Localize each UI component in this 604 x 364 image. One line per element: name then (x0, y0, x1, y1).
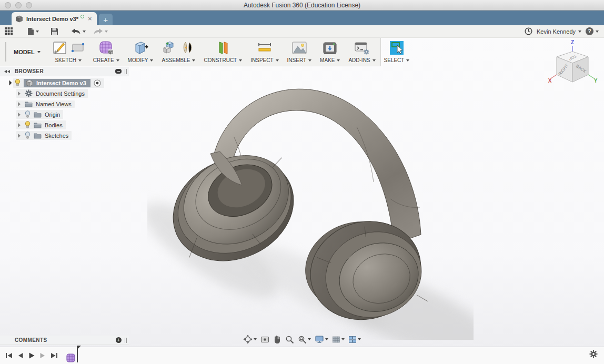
activate-component-radio-icon[interactable] (94, 79, 101, 87)
help-menu[interactable]: ? (586, 27, 599, 35)
collapse-browser-icon[interactable] (4, 70, 11, 73)
help-caret-icon (596, 31, 599, 33)
grid-layout-tool[interactable] (332, 336, 345, 343)
display-settings-caret-icon[interactable] (325, 338, 328, 340)
make-caret-icon (337, 59, 340, 62)
tree-row-root[interactable]: Intersect Demo v3 (0, 78, 137, 88)
headphones-3d-model[interactable] (147, 77, 474, 340)
redo-button[interactable] (93, 28, 103, 35)
rectangle-tool-icon[interactable] (71, 42, 85, 54)
browser-display-toggle-icon[interactable] (115, 69, 122, 74)
insert-image-icon[interactable] (291, 41, 307, 55)
file-menu-caret-icon[interactable] (36, 31, 39, 33)
orbit-tool[interactable] (243, 335, 257, 344)
zoom-window-tool[interactable] (298, 335, 311, 344)
folder-icon (25, 101, 33, 107)
collapsed-arrow-icon[interactable] (18, 92, 21, 96)
inspect-menu[interactable]: INSPECT (250, 57, 278, 64)
construct-plane-icon[interactable] (215, 40, 231, 56)
display-settings-tool[interactable] (315, 335, 328, 343)
viewcube[interactable]: Z TOP RIGHT BACK X Y (546, 39, 599, 94)
timeline-settings-gear-icon[interactable] (589, 350, 598, 360)
visibility-bulb-on-icon[interactable] (15, 79, 21, 87)
construct-caret-icon (239, 59, 242, 62)
tree-row-origin[interactable]: Origin (0, 109, 137, 119)
timeline-position-marker[interactable] (74, 349, 82, 362)
joint-icon[interactable] (180, 41, 195, 55)
measure-icon[interactable] (256, 41, 273, 55)
window-title: Autodesk Fusion 360 (Education License) (0, 2, 604, 9)
browser-header[interactable]: BROWSER (0, 67, 129, 76)
viewports-tool[interactable] (348, 336, 361, 343)
ribbon-group-make: MAKE (316, 38, 344, 66)
file-menu-icon[interactable] (27, 27, 34, 36)
timeline-bar (0, 347, 604, 364)
visibility-bulb-off-icon[interactable] (25, 132, 31, 139)
step-forward-button[interactable] (39, 352, 46, 359)
viewports-caret-icon[interactable] (358, 338, 361, 340)
tab-intersect-demo[interactable]: Intersect Demo v3* × (12, 12, 97, 25)
model-canvas[interactable]: MODEL (0, 38, 604, 347)
collapsed-arrow-icon[interactable] (18, 113, 21, 117)
collapsed-arrow-icon[interactable] (18, 102, 21, 106)
add-comment-icon[interactable]: + (116, 337, 122, 343)
create-sketch-icon[interactable] (52, 40, 68, 56)
tree-row-sketches[interactable]: Sketches (0, 130, 137, 140)
redo-caret-icon[interactable] (105, 31, 108, 33)
collapsed-arrow-icon[interactable] (18, 123, 21, 127)
new-component-icon[interactable] (162, 40, 177, 56)
zoom-window-caret-icon[interactable] (308, 338, 311, 340)
account-caret-icon (578, 31, 581, 33)
job-status-clock-icon[interactable] (525, 27, 532, 35)
tree-row-bodies[interactable]: Bodies (0, 120, 137, 130)
step-back-button[interactable] (17, 352, 24, 359)
save-button[interactable] (51, 27, 58, 35)
comments-resize-grip[interactable] (125, 338, 127, 343)
visibility-bulb-on-icon[interactable] (25, 121, 31, 129)
collapsed-arrow-icon[interactable] (18, 134, 21, 138)
assemble-menu[interactable]: ASSEMBLE (162, 57, 195, 64)
orbit-caret-icon[interactable] (254, 338, 257, 340)
play-button[interactable] (28, 352, 35, 359)
grid-caret-icon[interactable] (341, 338, 345, 340)
fusion360-window: Autodesk Fusion 360 (Education License) … (0, 0, 604, 364)
expand-arrow-icon[interactable] (7, 80, 12, 86)
zoom-tool[interactable] (285, 335, 294, 344)
timeline-feature-form[interactable] (66, 349, 82, 362)
ribbon-group-insert: INSERT (283, 38, 316, 66)
undo-caret-icon[interactable] (83, 31, 86, 33)
construct-menu[interactable]: CONSTRUCT (204, 57, 242, 64)
ribbon-group-assemble: ASSEMBLE (157, 38, 199, 66)
select-tool-icon[interactable] (389, 41, 404, 55)
root-component[interactable]: Intersect Demo v3 (24, 79, 90, 87)
insert-menu[interactable]: INSERT (287, 57, 312, 64)
pan-tool[interactable] (273, 335, 281, 344)
3d-print-icon[interactable] (322, 41, 338, 55)
tree-row-named-views[interactable]: Named Views (0, 99, 137, 109)
tree-row-document-settings[interactable]: Document Settings (0, 88, 137, 98)
select-menu[interactable]: SELECT (384, 57, 410, 64)
timeline-playback-controls (5, 352, 58, 359)
app-grid-icon[interactable] (4, 27, 13, 36)
skip-to-end-button[interactable] (51, 352, 58, 359)
scripts-addins-icon[interactable] (354, 41, 370, 55)
browser-resize-grip[interactable] (125, 69, 127, 74)
undo-button[interactable] (71, 28, 81, 35)
create-menu[interactable]: CREATE (93, 57, 119, 64)
tab-close-icon[interactable]: × (87, 15, 93, 22)
new-tab-button[interactable]: + (99, 14, 113, 25)
modify-menu[interactable]: MODIFY (128, 57, 154, 64)
make-menu[interactable]: MAKE (320, 57, 340, 64)
toolbar-grip[interactable] (5, 42, 6, 62)
comments-header[interactable]: COMMENTS + (0, 336, 129, 345)
visibility-bulb-off-icon[interactable] (25, 110, 31, 118)
skip-to-start-button[interactable] (5, 352, 13, 359)
workspace-selector[interactable]: MODEL (8, 38, 48, 66)
addins-menu[interactable]: ADD-INS (348, 57, 375, 64)
account-menu[interactable]: Kevin Kennedy (537, 28, 581, 35)
sketch-menu[interactable]: SKETCH (55, 57, 82, 64)
press-pull-icon[interactable] (132, 40, 149, 56)
ribbon-group-construct: CONSTRUCT (199, 38, 246, 66)
create-form-icon[interactable] (98, 40, 115, 56)
look-at-tool[interactable] (260, 336, 269, 343)
